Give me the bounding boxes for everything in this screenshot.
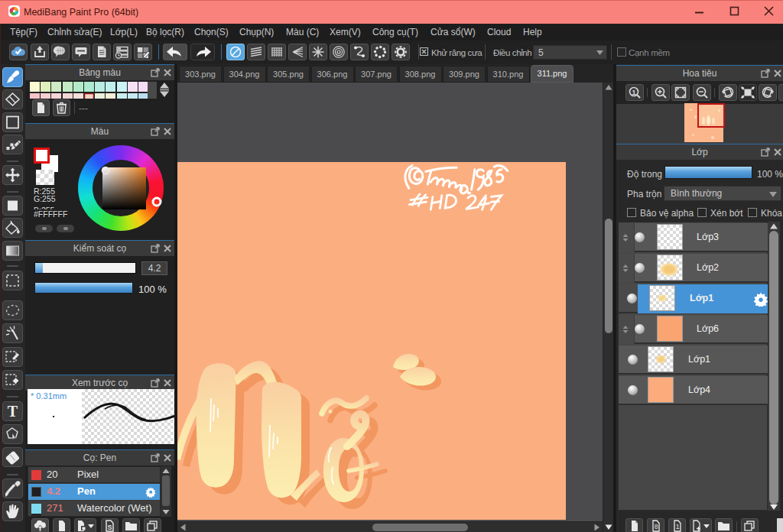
svg-text:8: 8: [655, 523, 658, 530]
svg-text:S: S: [107, 524, 112, 531]
svg-text:T: T: [8, 403, 18, 420]
svg-text:1: 1: [632, 89, 635, 96]
svg-text:1: 1: [676, 523, 680, 530]
